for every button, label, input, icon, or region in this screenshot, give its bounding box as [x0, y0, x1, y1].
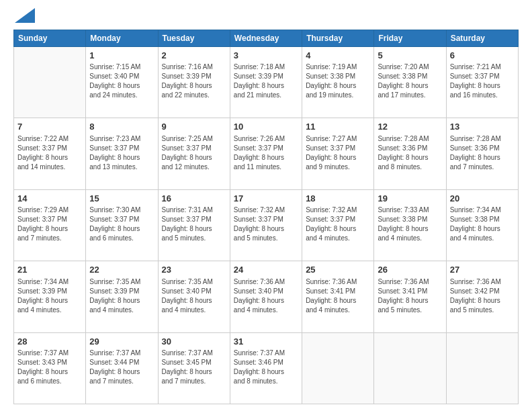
calendar-cell: 27Sunrise: 7:36 AMSunset: 3:42 PMDayligh…: [446, 261, 518, 332]
day-number: 19: [378, 193, 442, 205]
day-number: 29: [89, 336, 154, 348]
day-number: 15: [89, 193, 154, 205]
calendar-cell: 8Sunrise: 7:23 AMSunset: 3:37 PMDaylight…: [86, 118, 158, 189]
day-number: 26: [378, 264, 442, 276]
calendar-cell: 13Sunrise: 7:28 AMSunset: 3:36 PMDayligh…: [446, 118, 518, 189]
day-info: Sunrise: 7:35 AMSunset: 3:40 PMDaylight:…: [162, 277, 226, 315]
day-info: Sunrise: 7:29 AMSunset: 3:37 PMDaylight:…: [17, 205, 82, 243]
header: [13, 12, 519, 26]
calendar-cell: 5Sunrise: 7:20 AMSunset: 3:38 PMDaylight…: [374, 46, 446, 118]
day-number: 28: [17, 336, 82, 348]
day-number: 3: [234, 50, 298, 62]
day-info: Sunrise: 7:36 AMSunset: 3:42 PMDaylight:…: [450, 277, 515, 315]
day-number: 11: [306, 121, 370, 133]
day-info: Sunrise: 7:37 AMSunset: 3:43 PMDaylight:…: [17, 349, 82, 386]
day-info: Sunrise: 7:21 AMSunset: 3:37 PMDaylight:…: [450, 62, 515, 100]
calendar-cell: 22Sunrise: 7:35 AMSunset: 3:39 PMDayligh…: [86, 261, 158, 332]
day-info: Sunrise: 7:37 AMSunset: 3:45 PMDaylight:…: [162, 349, 226, 386]
calendar-cell: [14, 46, 86, 118]
day-info: Sunrise: 7:16 AMSunset: 3:39 PMDaylight:…: [162, 62, 226, 100]
day-info: Sunrise: 7:34 AMSunset: 3:39 PMDaylight:…: [17, 277, 82, 315]
day-info: Sunrise: 7:37 AMSunset: 3:46 PMDaylight:…: [234, 349, 298, 386]
day-number: 24: [234, 264, 298, 276]
calendar-cell: 21Sunrise: 7:34 AMSunset: 3:39 PMDayligh…: [14, 261, 86, 332]
day-info: Sunrise: 7:25 AMSunset: 3:37 PMDaylight:…: [162, 134, 226, 172]
calendar-cell: 30Sunrise: 7:37 AMSunset: 3:45 PMDayligh…: [158, 332, 230, 404]
day-number: 9: [162, 121, 226, 133]
calendar-cell: 29Sunrise: 7:37 AMSunset: 3:44 PMDayligh…: [86, 332, 158, 404]
calendar-cell: 17Sunrise: 7:32 AMSunset: 3:37 PMDayligh…: [230, 189, 302, 261]
calendar-cell: 11Sunrise: 7:27 AMSunset: 3:37 PMDayligh…: [302, 118, 374, 189]
day-number: 31: [234, 336, 298, 348]
day-info: Sunrise: 7:27 AMSunset: 3:37 PMDaylight:…: [306, 134, 370, 172]
day-number: 7: [17, 121, 82, 133]
calendar-cell: 15Sunrise: 7:30 AMSunset: 3:37 PMDayligh…: [86, 189, 158, 261]
day-info: Sunrise: 7:36 AMSunset: 3:40 PMDaylight:…: [234, 277, 298, 315]
logo: [13, 12, 35, 26]
calendar-header-monday: Monday: [86, 30, 158, 46]
calendar-header-sunday: Sunday: [14, 30, 86, 46]
calendar: SundayMondayTuesdayWednesdayThursdayFrid…: [13, 30, 519, 404]
svg-marker-0: [15, 8, 35, 23]
day-info: Sunrise: 7:33 AMSunset: 3:38 PMDaylight:…: [378, 205, 442, 243]
calendar-cell: 26Sunrise: 7:36 AMSunset: 3:41 PMDayligh…: [374, 261, 446, 332]
day-info: Sunrise: 7:34 AMSunset: 3:38 PMDaylight:…: [450, 205, 515, 243]
calendar-week-1: 7Sunrise: 7:22 AMSunset: 3:37 PMDaylight…: [14, 118, 519, 189]
calendar-header-row: SundayMondayTuesdayWednesdayThursdayFrid…: [14, 30, 519, 46]
calendar-cell: 10Sunrise: 7:26 AMSunset: 3:37 PMDayligh…: [230, 118, 302, 189]
day-info: Sunrise: 7:32 AMSunset: 3:37 PMDaylight:…: [234, 205, 298, 243]
calendar-cell: [446, 332, 518, 404]
calendar-cell: 20Sunrise: 7:34 AMSunset: 3:38 PMDayligh…: [446, 189, 518, 261]
day-info: Sunrise: 7:20 AMSunset: 3:38 PMDaylight:…: [378, 62, 442, 100]
day-number: 20: [450, 193, 515, 205]
calendar-cell: 2Sunrise: 7:16 AMSunset: 3:39 PMDaylight…: [158, 46, 230, 118]
day-number: 4: [306, 50, 370, 62]
day-number: 17: [234, 193, 298, 205]
calendar-cell: 18Sunrise: 7:32 AMSunset: 3:37 PMDayligh…: [302, 189, 374, 261]
calendar-header-saturday: Saturday: [446, 30, 518, 46]
calendar-cell: 19Sunrise: 7:33 AMSunset: 3:38 PMDayligh…: [374, 189, 446, 261]
calendar-header-thursday: Thursday: [302, 30, 374, 46]
calendar-week-3: 21Sunrise: 7:34 AMSunset: 3:39 PMDayligh…: [14, 261, 519, 332]
calendar-cell: 24Sunrise: 7:36 AMSunset: 3:40 PMDayligh…: [230, 261, 302, 332]
day-number: 14: [17, 193, 82, 205]
calendar-cell: 23Sunrise: 7:35 AMSunset: 3:40 PMDayligh…: [158, 261, 230, 332]
day-number: 12: [378, 121, 442, 133]
day-number: 10: [234, 121, 298, 133]
day-info: Sunrise: 7:35 AMSunset: 3:39 PMDaylight:…: [89, 277, 154, 315]
day-number: 27: [450, 264, 515, 276]
calendar-cell: 14Sunrise: 7:29 AMSunset: 3:37 PMDayligh…: [14, 189, 86, 261]
day-number: 22: [89, 264, 154, 276]
calendar-cell: 9Sunrise: 7:25 AMSunset: 3:37 PMDaylight…: [158, 118, 230, 189]
calendar-cell: 16Sunrise: 7:31 AMSunset: 3:37 PMDayligh…: [158, 189, 230, 261]
calendar-cell: [302, 332, 374, 404]
day-number: 18: [306, 193, 370, 205]
calendar-cell: 12Sunrise: 7:28 AMSunset: 3:36 PMDayligh…: [374, 118, 446, 189]
calendar-cell: [374, 332, 446, 404]
day-info: Sunrise: 7:30 AMSunset: 3:37 PMDaylight:…: [89, 205, 154, 243]
day-number: 23: [162, 264, 226, 276]
calendar-cell: 6Sunrise: 7:21 AMSunset: 3:37 PMDaylight…: [446, 46, 518, 118]
calendar-header-tuesday: Tuesday: [158, 30, 230, 46]
calendar-header-wednesday: Wednesday: [230, 30, 302, 46]
day-number: 2: [162, 50, 226, 62]
day-info: Sunrise: 7:37 AMSunset: 3:44 PMDaylight:…: [89, 349, 154, 386]
day-info: Sunrise: 7:36 AMSunset: 3:41 PMDaylight:…: [306, 277, 370, 315]
day-number: 16: [162, 193, 226, 205]
day-info: Sunrise: 7:31 AMSunset: 3:37 PMDaylight:…: [162, 205, 226, 243]
calendar-cell: 25Sunrise: 7:36 AMSunset: 3:41 PMDayligh…: [302, 261, 374, 332]
calendar-cell: 7Sunrise: 7:22 AMSunset: 3:37 PMDaylight…: [14, 118, 86, 189]
day-number: 6: [450, 50, 515, 62]
day-info: Sunrise: 7:36 AMSunset: 3:41 PMDaylight:…: [378, 277, 442, 315]
logo-icon: [15, 8, 35, 23]
day-info: Sunrise: 7:26 AMSunset: 3:37 PMDaylight:…: [234, 134, 298, 172]
calendar-cell: 3Sunrise: 7:18 AMSunset: 3:39 PMDaylight…: [230, 46, 302, 118]
calendar-week-0: 1Sunrise: 7:15 AMSunset: 3:40 PMDaylight…: [14, 46, 519, 118]
day-number: 5: [378, 50, 442, 62]
calendar-week-4: 28Sunrise: 7:37 AMSunset: 3:43 PMDayligh…: [14, 332, 519, 404]
calendar-cell: 31Sunrise: 7:37 AMSunset: 3:46 PMDayligh…: [230, 332, 302, 404]
day-number: 25: [306, 264, 370, 276]
calendar-cell: 1Sunrise: 7:15 AMSunset: 3:40 PMDaylight…: [86, 46, 158, 118]
day-info: Sunrise: 7:18 AMSunset: 3:39 PMDaylight:…: [234, 62, 298, 100]
day-number: 30: [162, 336, 226, 348]
